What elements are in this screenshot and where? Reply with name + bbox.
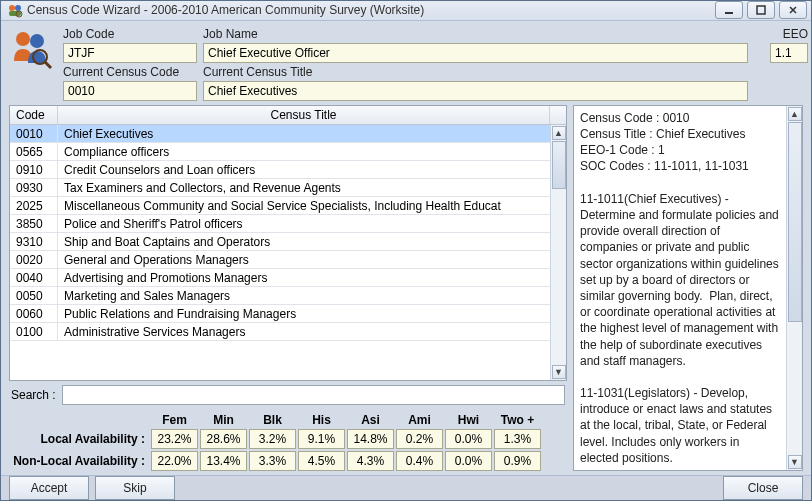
job-name-field: Chief Executive Officer xyxy=(203,43,748,63)
cell-title: Ship and Boat Captains and Operators xyxy=(58,233,550,250)
eeo-field: 1.1 xyxy=(770,43,808,63)
availability-cell: 28.6% xyxy=(200,429,247,449)
availability-cell: 23.2% xyxy=(151,429,198,449)
cell-code: 0100 xyxy=(10,323,58,340)
cell-title: Police and Sheriff's Patrol officers xyxy=(58,215,550,232)
cell-code: 0050 xyxy=(10,287,58,304)
table-row[interactable]: 0020General and Operations Managers xyxy=(10,251,550,269)
table-row[interactable]: 0060Public Relations and Fundraising Man… xyxy=(10,305,550,323)
svg-point-0 xyxy=(9,5,15,11)
cell-code: 0565 xyxy=(10,143,58,160)
description-text: Census Code : 0010 Census Title : Chief … xyxy=(574,106,786,470)
availability-col-header: Hwi xyxy=(445,413,492,427)
content-area: Job Code Job Name EEO JTJF Chief Executi… xyxy=(1,21,811,475)
table-row[interactable]: 0040Advertising and Promotions Managers xyxy=(10,269,550,287)
search-label: Search : xyxy=(11,388,56,402)
table-row[interactable]: 2025Miscellaneous Community and Social S… xyxy=(10,197,550,215)
svg-rect-5 xyxy=(757,6,765,14)
job-name-label: Job Name xyxy=(203,27,748,41)
job-code-label: Job Code xyxy=(63,27,197,41)
table-row[interactable]: 0010Chief Executives xyxy=(10,125,550,143)
skip-button[interactable]: Skip xyxy=(95,476,175,500)
search-input[interactable] xyxy=(62,385,565,405)
maximize-button[interactable] xyxy=(747,1,775,19)
scrollbar-vertical-desc[interactable]: ▲ ▼ xyxy=(786,106,802,470)
cell-code: 0010 xyxy=(10,125,58,142)
availability-col-header: His xyxy=(298,413,345,427)
svg-rect-4 xyxy=(725,12,733,14)
availability-cell: 4.5% xyxy=(298,451,345,471)
table-row[interactable]: 0100Administrative Services Managers xyxy=(10,323,550,341)
col-header-scroll xyxy=(550,106,566,124)
cell-code: 0930 xyxy=(10,179,58,196)
availability-cell: 9.1% xyxy=(298,429,345,449)
table-row[interactable]: 9310Ship and Boat Captains and Operators xyxy=(10,233,550,251)
cell-code: 0040 xyxy=(10,269,58,286)
app-icon xyxy=(7,2,23,18)
col-header-code[interactable]: Code xyxy=(10,106,58,124)
census-table: Code Census Title 0010Chief Executives05… xyxy=(9,105,567,381)
scroll-down-icon[interactable]: ▼ xyxy=(552,365,566,379)
col-header-title[interactable]: Census Title xyxy=(58,106,550,124)
availability-col-header: Two + xyxy=(494,413,541,427)
availability-col-header: Ami xyxy=(396,413,443,427)
current-census-code-label: Current Census Code xyxy=(63,65,197,79)
svg-point-1 xyxy=(15,5,21,11)
cell-title: Chief Executives xyxy=(58,125,550,142)
scroll-up-icon[interactable]: ▲ xyxy=(788,107,802,121)
cell-code: 3850 xyxy=(10,215,58,232)
scroll-up-icon[interactable]: ▲ xyxy=(552,126,566,140)
cell-title: Tax Examiners and Collectors, and Revenu… xyxy=(58,179,550,196)
svg-rect-2 xyxy=(9,11,21,16)
app-window: Census Code Wizard - 2006-2010 American … xyxy=(0,0,812,501)
description-panel: Census Code : 0010 Census Title : Chief … xyxy=(573,105,803,471)
availability-cell: 0.0% xyxy=(445,451,492,471)
cell-title: Public Relations and Fundraising Manager… xyxy=(58,305,550,322)
table-row[interactable]: 0565Compliance officers xyxy=(10,143,550,161)
cell-code: 0060 xyxy=(10,305,58,322)
minimize-button[interactable] xyxy=(715,1,743,19)
scroll-down-icon[interactable]: ▼ xyxy=(788,455,802,469)
cell-title: Advertising and Promotions Managers xyxy=(58,269,550,286)
census-table-body: 0010Chief Executives0565Compliance offic… xyxy=(10,125,550,380)
current-census-title-label: Current Census Title xyxy=(203,65,748,79)
cell-title: General and Operations Managers xyxy=(58,251,550,268)
cell-code: 0910 xyxy=(10,161,58,178)
scroll-thumb[interactable] xyxy=(788,122,802,322)
availability-row-label: Non-Local Availability : xyxy=(9,454,149,468)
accept-button[interactable]: Accept xyxy=(9,476,89,500)
table-row[interactable]: 0910Credit Counselors and Loan officers xyxy=(10,161,550,179)
availability-cell: 1.3% xyxy=(494,429,541,449)
cell-title: Credit Counselors and Loan officers xyxy=(58,161,550,178)
svg-point-7 xyxy=(30,34,44,48)
availability-col-header: Min xyxy=(200,413,247,427)
availability-cell: 22.0% xyxy=(151,451,198,471)
scroll-track[interactable] xyxy=(788,122,802,454)
job-form: Job Code Job Name EEO JTJF Chief Executi… xyxy=(9,27,803,101)
current-census-title-field: Chief Executives xyxy=(203,81,748,101)
table-row[interactable]: 3850Police and Sheriff's Patrol officers xyxy=(10,215,550,233)
availability-cell: 4.3% xyxy=(347,451,394,471)
availability-col-header: Blk xyxy=(249,413,296,427)
svg-point-6 xyxy=(16,32,30,46)
close-button[interactable]: Close xyxy=(723,476,803,500)
cell-title: Marketing and Sales Managers xyxy=(58,287,550,304)
scroll-track[interactable] xyxy=(552,141,566,364)
close-window-button[interactable] xyxy=(779,1,807,19)
window-title: Census Code Wizard - 2006-2010 American … xyxy=(27,3,715,17)
table-row[interactable]: 0930Tax Examiners and Collectors, and Re… xyxy=(10,179,550,197)
cell-title: Miscellaneous Community and Social Servi… xyxy=(58,197,550,214)
availability-cell: 13.4% xyxy=(200,451,247,471)
availability-cell: 0.2% xyxy=(396,429,443,449)
table-row[interactable]: 0050Marketing and Sales Managers xyxy=(10,287,550,305)
cell-code: 2025 xyxy=(10,197,58,214)
cell-title: Compliance officers xyxy=(58,143,550,160)
scroll-thumb[interactable] xyxy=(552,141,566,189)
availability-cell: 3.3% xyxy=(249,451,296,471)
cell-code: 9310 xyxy=(10,233,58,250)
scrollbar-vertical[interactable]: ▲ ▼ xyxy=(550,125,566,380)
availability-cell: 3.2% xyxy=(249,429,296,449)
availability-cell: 0.0% xyxy=(445,429,492,449)
availability-cell: 14.8% xyxy=(347,429,394,449)
availability-col-header: Asi xyxy=(347,413,394,427)
